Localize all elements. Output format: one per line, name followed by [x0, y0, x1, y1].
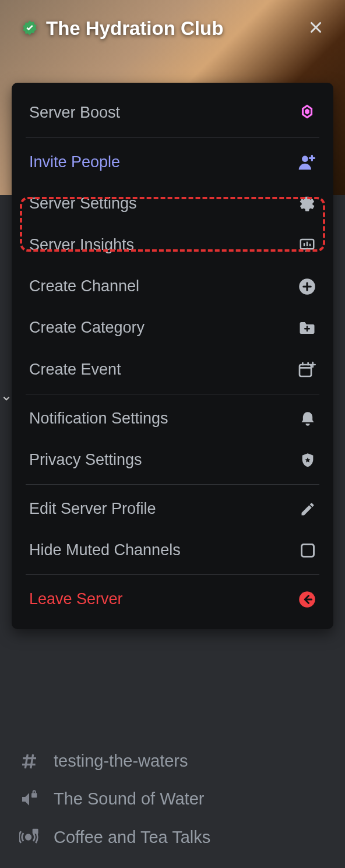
boost-icon [298, 104, 316, 122]
divider [26, 394, 319, 394]
menu-label: Server Settings [29, 195, 137, 213]
menu-label: Privacy Settings [29, 451, 142, 469]
checkbox-icon[interactable] [300, 542, 316, 559]
channel-name: Coffee and Tea Talks [54, 828, 210, 847]
menu-label: Edit Server Profile [29, 500, 156, 518]
channel-list: testing-the-waters The Sound of Water Co… [0, 742, 345, 868]
channel-name: testing-the-waters [54, 751, 188, 771]
chevron-down-icon[interactable] [1, 393, 12, 407]
add-user-icon [297, 153, 316, 171]
hashtag-icon [17, 752, 41, 771]
folder-plus-icon [298, 319, 316, 337]
close-icon[interactable] [307, 19, 325, 38]
divider [26, 484, 319, 485]
channel-testing[interactable]: testing-the-waters [17, 742, 328, 780]
svg-point-0 [302, 156, 308, 162]
svg-rect-6 [31, 793, 37, 798]
bell-icon [300, 411, 316, 427]
svg-rect-8 [33, 829, 38, 834]
divider [26, 137, 319, 137]
speaker-lock-icon [17, 790, 41, 809]
menu-label: Create Channel [29, 277, 139, 295]
leave-icon [298, 591, 316, 608]
channel-sound[interactable]: The Sound of Water [17, 780, 328, 818]
server-dropdown-menu: Server Boost Invite People Server Settin… [12, 83, 333, 629]
svg-rect-3 [300, 365, 311, 376]
menu-label: Invite People [29, 153, 120, 171]
hide-muted-channels-item[interactable]: Hide Muted Channels [19, 530, 326, 571]
svg-point-7 [26, 835, 31, 840]
gear-icon [298, 195, 316, 213]
server-settings-item[interactable]: Server Settings [19, 183, 326, 224]
invite-people-item[interactable]: Invite People [19, 141, 326, 183]
create-category-item[interactable]: Create Category [19, 307, 326, 348]
leave-server-item[interactable]: Leave Server [19, 578, 326, 620]
server-boost-item[interactable]: Server Boost [19, 92, 326, 133]
server-name: The Hydration Club [46, 17, 300, 40]
plus-circle-icon [298, 278, 316, 295]
svg-rect-4 [302, 544, 314, 556]
edit-server-profile-item[interactable]: Edit Server Profile [19, 488, 326, 530]
server-insights-item[interactable]: Server Insights [19, 224, 326, 266]
menu-label: Hide Muted Channels [29, 541, 181, 559]
stage-lock-icon [17, 827, 41, 847]
calendar-plus-icon [297, 360, 316, 379]
insights-icon [298, 237, 316, 254]
menu-label: Create Category [29, 319, 145, 337]
pencil-icon [300, 501, 316, 517]
create-channel-item[interactable]: Create Channel [19, 266, 326, 307]
verified-badge-icon [20, 19, 39, 38]
notification-settings-item[interactable]: Notification Settings [19, 398, 326, 439]
menu-label: Leave Server [29, 590, 123, 608]
privacy-settings-item[interactable]: Privacy Settings [19, 439, 326, 481]
channel-coffee[interactable]: Coffee and Tea Talks [17, 818, 328, 856]
shield-icon [300, 452, 316, 468]
divider [26, 574, 319, 575]
channel-name: The Sound of Water [54, 789, 204, 809]
menu-label: Notification Settings [29, 410, 168, 428]
server-header: The Hydration Club [20, 17, 325, 40]
menu-label: Create Event [29, 361, 121, 379]
menu-label: Server Boost [29, 104, 120, 122]
create-event-item[interactable]: Create Event [19, 348, 326, 390]
menu-label: Server Insights [29, 236, 134, 254]
